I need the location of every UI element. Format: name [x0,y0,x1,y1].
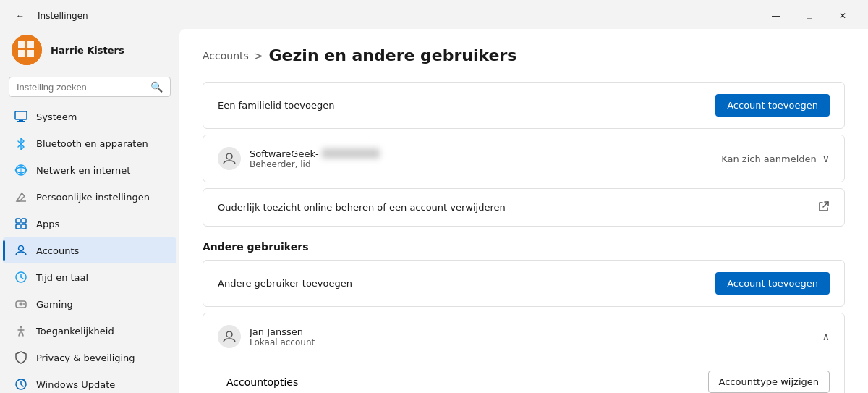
sidebar-label-tijd: Tijd en taal [36,272,88,283]
svg-rect-11 [16,219,20,223]
svg-rect-12 [22,219,26,223]
apps-icon [14,217,27,230]
titlebar-left: ← Instellingen [9,6,88,26]
external-link-icon[interactable] [818,200,830,214]
sidebar-item-windows-update[interactable]: Windows Update [3,371,176,393]
parental-label: Ouderlijk toezicht online beheren of een… [218,202,506,213]
family-member-status: Kan zich aanmelden ∨ [721,153,830,164]
search-icon[interactable]: 🔍 [150,81,163,93]
add-family-row: Een familielid toevoegen Account toevoeg… [203,83,844,128]
back-button[interactable]: ← [9,6,32,26]
privacy-icon [14,351,27,364]
sidebar-label-windows-update: Windows Update [36,379,115,390]
tijd-icon [14,271,27,284]
persoonlijk-icon [14,190,27,203]
parental-card: Ouderlijk toezicht online beheren of een… [203,188,845,227]
svg-line-18 [21,277,23,279]
svg-rect-13 [16,224,20,229]
maximize-button[interactable]: □ [793,6,826,26]
breadcrumb: Accounts > Gezin en andere gebruikers [203,46,845,64]
svg-point-22 [23,303,25,305]
sidebar-item-bluetooth[interactable]: Bluetooth en apparaten [3,130,176,156]
titlebar: ← Instellingen — □ ✕ [0,0,868,26]
add-other-user-row: Andere gebruiker toevoegen Account toevo… [203,261,844,306]
minimize-button[interactable]: — [760,6,793,26]
family-member-card: SoftwareGeek- Beheerder, lid Kan zich aa… [203,135,845,182]
family-member-info: SoftwareGeek- Beheerder, lid [218,147,380,170]
user-profile: Harrie Kisters [0,26,179,77]
family-member-sub: Beheerder, lid [250,159,380,169]
jan-janssen-header: Jan Janssen Lokaal account ∧ [203,313,844,360]
sidebar-item-accounts[interactable]: Accounts [3,237,176,263]
accountopties-label: Accountopties [226,376,298,388]
parental-row: Ouderlijk toezicht online beheren of een… [203,189,844,226]
jan-janssen-card: Jan Janssen Lokaal account ∧ Accountopti… [203,313,845,393]
add-other-user-label: Andere gebruiker toevoegen [218,278,352,289]
sidebar-item-persoonlijk[interactable]: Persoonlijke instellingen [3,184,176,210]
search-box[interactable]: 🔍 [9,77,171,97]
add-family-card: Een familielid toevoegen Account toevoeg… [203,82,845,129]
sidebar-label-persoonlijk: Persoonlijke instellingen [36,192,150,203]
window-controls: — □ ✕ [760,6,859,26]
windows-update-icon [14,378,27,391]
sidebar-item-systeem[interactable]: Systeem [3,103,176,130]
nav-items: Systeem Bluetooth en apparaten Netwerk e… [0,103,179,393]
app-body: Harrie Kisters 🔍 Systeem Bluetooth en ap… [0,26,868,393]
sidebar-label-accounts: Accounts [36,245,79,256]
sidebar-label-apps: Apps [36,219,59,229]
jan-janssen-avatar [218,325,241,348]
close-button[interactable]: ✕ [826,6,859,26]
add-family-button[interactable]: Account toevoegen [715,94,830,117]
family-member-expand-icon[interactable]: ∨ [822,153,830,164]
accounttype-wijzigen-button[interactable]: Accounttype wijzigen [708,371,830,393]
svg-rect-5 [15,111,27,119]
sidebar-item-apps[interactable]: Apps [3,211,176,237]
svg-point-26 [226,331,232,337]
systeem-icon [14,110,27,123]
sidebar-item-gaming[interactable]: Gaming [3,291,176,317]
sidebar-label-systeem: Systeem [36,111,77,122]
other-users-title: Andere gebruikers [203,241,845,253]
avatar [12,35,42,65]
svg-point-15 [19,246,24,251]
svg-rect-1 [18,41,25,48]
sidebar: Harrie Kisters 🔍 Systeem Bluetooth en ap… [0,26,179,393]
svg-point-23 [20,326,22,328]
gaming-icon [14,297,27,310]
page-title: Gezin en andere gebruikers [269,46,517,64]
svg-rect-3 [18,50,25,57]
svg-rect-14 [22,224,26,229]
sidebar-label-privacy: Privacy & beveiliging [36,352,135,363]
jan-janssen-sub: Lokaal account [250,337,315,347]
jan-janssen-collapse-icon[interactable]: ∧ [822,331,830,342]
sidebar-item-toegankelijkheid[interactable]: Toegankelijkheid [3,318,176,344]
sidebar-label-gaming: Gaming [36,299,73,310]
jan-janssen-info: Jan Janssen Lokaal account [218,325,315,348]
accountopties-row: Accountopties Accounttype wijzigen [203,360,844,393]
accounts-icon [14,244,27,257]
netwerk-icon [14,164,27,177]
user-name: Harrie Kisters [51,45,124,56]
sidebar-item-tijd[interactable]: Tijd en taal [3,264,176,290]
add-other-user-button[interactable]: Account toevoegen [715,272,830,295]
family-member-avatar [218,147,241,170]
sidebar-item-privacy[interactable]: Privacy & beveiliging [3,345,176,371]
jan-janssen-name: Jan Janssen [250,326,315,337]
family-member-name-blurred [322,148,380,159]
sidebar-label-netwerk: Netwerk en internet [36,165,130,176]
family-member-name: SoftwareGeek- [250,148,319,159]
breadcrumb-link[interactable]: Accounts [203,50,249,62]
sidebar-label-bluetooth: Bluetooth en apparaten [36,138,148,149]
svg-rect-7 [17,121,25,122]
sidebar-label-toegankelijkheid: Toegankelijkheid [36,326,114,337]
jan-janssen-text: Jan Janssen Lokaal account [250,326,315,347]
family-member-row: SoftwareGeek- Beheerder, lid Kan zich aa… [203,135,844,182]
breadcrumb-separator: > [255,50,263,62]
svg-point-25 [226,153,232,159]
sidebar-item-netwerk[interactable]: Netwerk en internet [3,157,176,183]
family-member-status-text: Kan zich aanmelden [721,153,817,164]
add-other-user-card: Andere gebruiker toevoegen Account toevo… [203,260,845,307]
main-content: Accounts > Gezin en andere gebruikers Ee… [179,29,868,393]
family-member-text: SoftwareGeek- Beheerder, lid [250,148,380,169]
search-input[interactable] [17,82,145,93]
